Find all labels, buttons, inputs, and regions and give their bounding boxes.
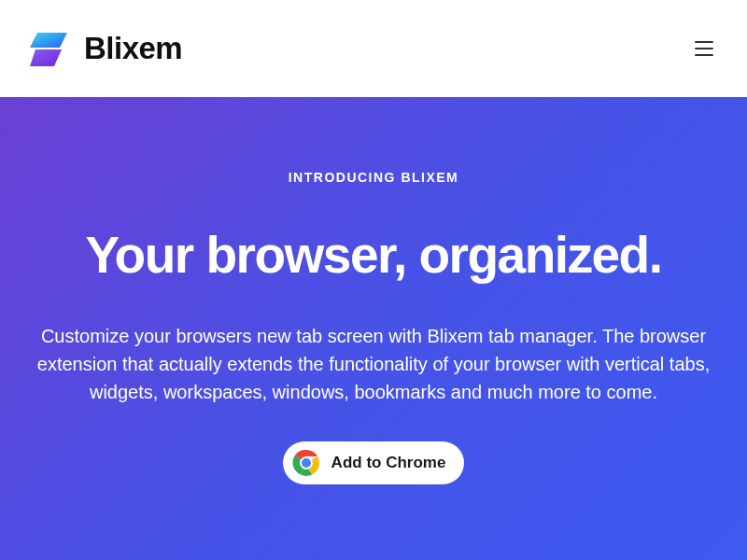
hamburger-menu-button[interactable] xyxy=(695,37,717,60)
logo-section[interactable]: Blixem xyxy=(30,27,182,70)
header: Blixem xyxy=(0,0,747,97)
cta-label: Add to Chrome xyxy=(331,454,446,472)
tagline: INTRODUCING BLIXEM xyxy=(289,170,459,185)
blixem-logo-icon xyxy=(30,27,73,70)
hamburger-icon xyxy=(695,54,713,56)
brand-name: Blixem xyxy=(84,31,182,66)
hamburger-icon xyxy=(695,48,713,49)
svg-point-3 xyxy=(302,458,311,468)
hamburger-icon xyxy=(695,41,713,43)
add-to-chrome-button[interactable]: Add to Chrome xyxy=(283,441,465,484)
description: Customize your browsers new tab screen w… xyxy=(33,322,714,406)
hero-section: INTRODUCING BLIXEM Your browser, organiz… xyxy=(0,97,747,560)
headline: Your browser, organized. xyxy=(86,230,662,281)
chrome-icon xyxy=(292,449,320,477)
